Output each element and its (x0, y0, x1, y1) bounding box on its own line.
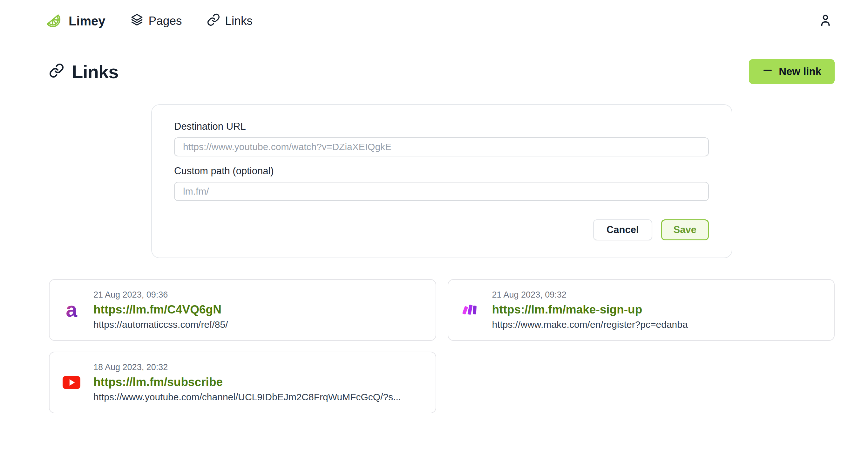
brand-limey[interactable]: Limey (45, 12, 105, 30)
stack-icon (130, 13, 144, 29)
short-link[interactable]: https://lm.fm/C4VQ6gN (93, 303, 228, 316)
link-card: 18 Aug 2023, 20:32 https://lm.fm/subscri… (49, 352, 436, 413)
new-link-form: Destination URL Custom path (optional) C… (151, 104, 732, 258)
nav-item-label: Links (225, 14, 253, 28)
top-nav: Limey Pages Links (0, 0, 868, 42)
new-link-button[interactable]: New link (749, 59, 835, 84)
make-favicon (461, 301, 479, 319)
page-title: Links (49, 61, 119, 82)
destination-url-input[interactable] (174, 137, 709, 156)
page-content: Links New link Destination URL Custom pa… (49, 59, 835, 413)
destination-field-group: Destination URL (174, 121, 709, 156)
save-button[interactable]: Save (661, 220, 709, 240)
nav-item-pages[interactable]: Pages (130, 13, 182, 29)
link-created-date: 21 Aug 2023, 09:36 (93, 290, 228, 300)
nav-item-label: Pages (149, 14, 182, 28)
nav-item-links[interactable]: Links (207, 13, 253, 29)
custom-path-label: Custom path (optional) (174, 165, 709, 177)
page-title-label: Links (72, 61, 119, 82)
custom-path-input[interactable] (174, 182, 709, 201)
short-link[interactable]: https://lm.fm/make-sign-up (492, 303, 688, 316)
link-created-date: 21 Aug 2023, 09:32 (492, 290, 688, 300)
youtube-favicon (62, 373, 81, 392)
svg-text:a: a (66, 301, 78, 319)
automaticcss-favicon: a (62, 301, 81, 319)
destination-url-label: Destination URL (174, 121, 709, 132)
cancel-button[interactable]: Cancel (593, 220, 652, 240)
brand-label: Limey (69, 14, 105, 28)
link-card-body: 21 Aug 2023, 09:36 https://lm.fm/C4VQ6gN… (93, 290, 228, 330)
links-list: a 21 Aug 2023, 09:36 https://lm.fm/C4VQ6… (49, 279, 835, 413)
user-menu-button[interactable] (816, 12, 834, 30)
link-card-body: 21 Aug 2023, 09:32 https://lm.fm/make-si… (492, 290, 688, 330)
form-actions: Cancel Save (174, 220, 709, 240)
destination-url-text: https://www.make.com/en/register?pc=edan… (492, 319, 688, 330)
destination-url-text: https://www.youtube.com/channel/UCL9IDbE… (93, 392, 401, 403)
minus-icon (762, 65, 773, 78)
link-created-date: 18 Aug 2023, 20:32 (93, 363, 401, 372)
page-header: Links New link (49, 59, 835, 84)
link-card: a 21 Aug 2023, 09:36 https://lm.fm/C4VQ6… (49, 279, 436, 341)
destination-url-text: https://automaticcss.com/ref/85/ (93, 319, 228, 330)
short-link[interactable]: https://lm.fm/subscribe (93, 375, 401, 389)
custom-path-field-group: Custom path (optional) (174, 165, 709, 201)
user-icon (818, 13, 833, 29)
new-link-button-label: New link (779, 65, 821, 78)
link-card: 21 Aug 2023, 09:32 https://lm.fm/make-si… (448, 279, 835, 341)
link-icon (49, 61, 64, 82)
link-card-body: 18 Aug 2023, 20:32 https://lm.fm/subscri… (93, 363, 401, 403)
lime-logo-icon (45, 12, 63, 30)
link-icon (207, 13, 220, 29)
